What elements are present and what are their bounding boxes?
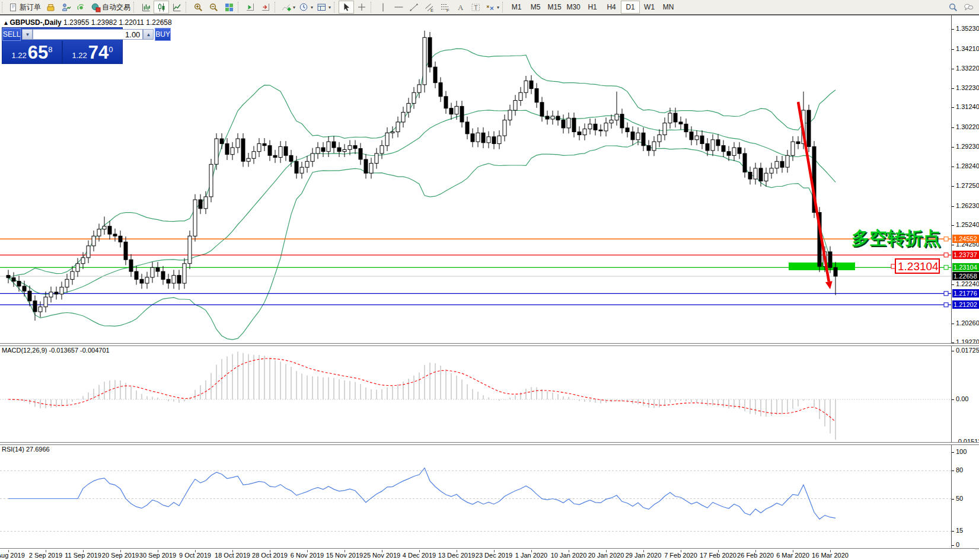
line-anchor-square[interactable]	[944, 237, 948, 241]
autotrade-button[interactable]: 自动交易	[89, 1, 132, 14]
candle-body	[81, 258, 85, 264]
axis-tick	[952, 29, 954, 30]
toolbar: 新订单自动交易▾▾▾EFAT▾M1M5M15M30H1H4D1W1MN	[0, 0, 979, 15]
macd-rsi-splitter[interactable]	[0, 442, 979, 445]
buy-price[interactable]: 1.22 74 0	[63, 41, 122, 63]
candle-body	[167, 279, 170, 283]
candle-body	[668, 113, 672, 123]
channel-button[interactable]: E	[422, 1, 437, 14]
chart-shift-button[interactable]	[258, 1, 273, 14]
chat-button[interactable]	[961, 1, 976, 14]
candle-body	[786, 155, 789, 167]
turning-point-text[interactable]: 多空转折点	[852, 228, 940, 248]
time-axis[interactable]: 3 Aug 20192 Sep 201911 Sep 201920 Sep 20…	[0, 550, 979, 560]
text-label-button[interactable]: T	[468, 1, 483, 14]
volume-decrease-button[interactable]: ▼	[22, 29, 33, 40]
candle-body	[108, 226, 111, 234]
bollinger-lower-band[interactable]	[8, 142, 836, 340]
fibonacci-button[interactable]: F	[437, 1, 452, 14]
sell-button[interactable]: SELL	[2, 28, 21, 41]
bollinger-upper-band[interactable]	[8, 49, 836, 278]
rsi-timeaxis-splitter[interactable]	[0, 548, 979, 549]
signal-glyph	[76, 2, 87, 12]
axis-tick	[952, 531, 954, 532]
tf-mn-button[interactable]: MN	[659, 1, 678, 14]
macd-panel-canvas[interactable]	[0, 345, 951, 443]
line-anchor-square[interactable]	[944, 253, 948, 257]
price-chart-canvas[interactable]: 多空转折点多空转折点1.23104	[0, 17, 951, 344]
crosshair-button[interactable]	[354, 1, 369, 14]
package-icon-button[interactable]	[43, 1, 58, 14]
volume-input[interactable]	[33, 29, 143, 40]
candle-body	[295, 161, 298, 173]
tf-w1-button[interactable]: W1	[640, 1, 659, 14]
price-tag-anchor	[891, 264, 895, 268]
signal-button[interactable]	[74, 1, 89, 14]
indicators-button[interactable]: ▾	[279, 1, 297, 14]
bar-chart-button[interactable]	[138, 1, 154, 14]
candle-body	[572, 118, 576, 132]
zoom-out-button[interactable]	[206, 1, 221, 14]
candle-body	[700, 136, 704, 143]
date-label: 26 Feb 2020	[737, 552, 774, 559]
sell-price[interactable]: 1.22 65 8	[2, 41, 62, 63]
chevron-down-icon: ▾	[497, 5, 499, 10]
buy-button[interactable]: BUY	[155, 28, 171, 41]
date-label: 1 Jan 2020	[515, 552, 547, 559]
main-macd-splitter[interactable]	[0, 343, 979, 346]
tf-h1-button[interactable]: H1	[583, 1, 602, 14]
price-tag-text: 1.23104	[898, 260, 939, 273]
line-anchor-square[interactable]	[944, 265, 948, 270]
candle-body	[599, 130, 602, 131]
vertical-line-button[interactable]	[375, 1, 391, 14]
candle-body	[87, 246, 90, 258]
periods-button[interactable]: ▾	[297, 1, 315, 14]
tf-m1-button[interactable]: M1	[507, 1, 526, 14]
tile-windows-button[interactable]	[221, 1, 237, 14]
templates-button[interactable]: ▾	[315, 1, 333, 14]
candle-body	[636, 133, 640, 140]
horizontal-line-button[interactable]	[391, 1, 406, 14]
candle-body	[129, 260, 133, 271]
new-order-button[interactable]: 新订单	[7, 1, 43, 14]
line-anchor-square[interactable]	[944, 292, 948, 296]
tf-d1-button[interactable]: D1	[621, 1, 640, 14]
market-watch-button[interactable]	[58, 1, 74, 14]
collapse-panel-icon[interactable]: ▴	[4, 18, 8, 27]
search-button[interactable]	[945, 1, 961, 14]
auto-scroll-button[interactable]	[243, 1, 258, 14]
candle-body	[556, 116, 560, 120]
tf-h4-button[interactable]: H4	[602, 1, 621, 14]
sell-price-big: 65	[28, 44, 48, 62]
cursor-button[interactable]	[339, 1, 354, 14]
candle-body	[828, 252, 832, 268]
price-tick-label: 1.30220	[956, 123, 979, 130]
line-anchor-square[interactable]	[944, 303, 948, 307]
zoom-in-button[interactable]	[190, 1, 206, 14]
candle-body	[401, 112, 405, 122]
candle-body	[396, 122, 400, 132]
candle-body	[385, 133, 389, 146]
candle-body	[177, 276, 181, 283]
price-axis[interactable]: 1.352301.342101.332201.322301.312401.302…	[951, 15, 979, 549]
candle-chart-button[interactable]	[154, 1, 169, 14]
candle-body	[124, 242, 127, 260]
tf-m15-button[interactable]: M15	[545, 1, 564, 14]
tf-m30-button[interactable]: M30	[564, 1, 583, 14]
candle-body	[33, 301, 37, 312]
rsi-panel-canvas[interactable]	[0, 444, 951, 549]
arrows-button[interactable]: ▾	[483, 1, 501, 14]
tf-m5-button[interactable]: M5	[526, 1, 545, 14]
green-highlight-rectangle[interactable]	[789, 263, 855, 270]
candle-body	[519, 92, 522, 100]
macd-signal-line	[8, 359, 836, 422]
tf-h1-button-label: H1	[588, 3, 597, 11]
volume-increase-button[interactable]: ▲	[143, 29, 154, 40]
line-chart-button[interactable]	[169, 1, 184, 14]
candle-body	[193, 200, 197, 236]
trendline-button[interactable]	[406, 1, 422, 14]
candle-body	[60, 287, 63, 295]
text-button[interactable]: A	[452, 1, 468, 14]
axis-tick	[952, 284, 954, 285]
candle-body	[706, 143, 709, 151]
